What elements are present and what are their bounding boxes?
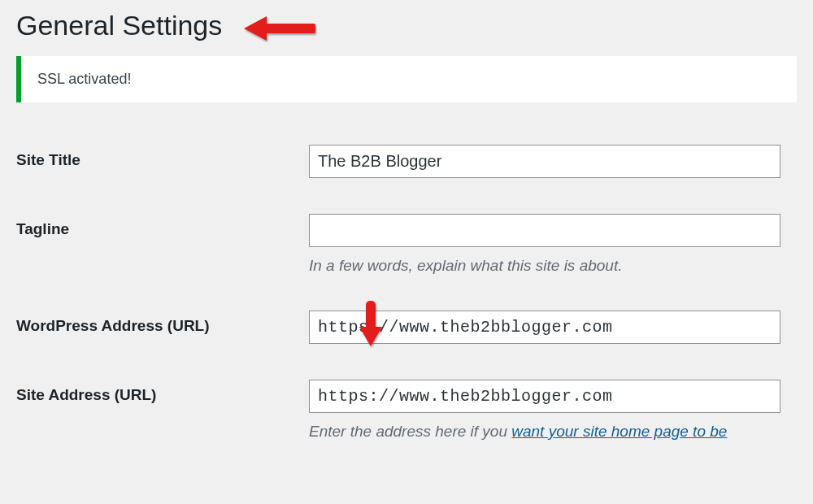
link-home-page-info[interactable]: want your site home page to be [511,423,727,440]
label-tagline: Tagline [16,196,309,293]
ssl-notice: SSL activated! [16,56,797,102]
row-tagline: Tagline In a few words, explain what thi… [16,196,797,293]
label-wp-url: WordPress Address (URL) [16,293,309,362]
row-site-url: Site Address (URL) Enter the address her… [16,362,797,458]
input-site-title[interactable] [309,145,780,178]
settings-form-table: Site Title Tagline In a few words, expla… [16,127,797,458]
input-tagline[interactable] [309,214,780,247]
description-tagline: In a few words, explain what this site i… [309,257,797,275]
description-site-url: Enter the address here if you want your … [309,423,797,441]
row-wp-url: WordPress Address (URL) [16,293,797,362]
row-site-title: Site Title [16,127,797,196]
notice-message: SSL activated! [37,71,131,87]
label-site-url: Site Address (URL) [16,362,309,458]
description-site-url-prefix: Enter the address here if you [309,423,511,440]
input-wp-url[interactable] [309,311,780,344]
label-site-title: Site Title [16,127,309,196]
page-title: General Settings [16,0,797,56]
input-site-url[interactable] [309,380,780,413]
